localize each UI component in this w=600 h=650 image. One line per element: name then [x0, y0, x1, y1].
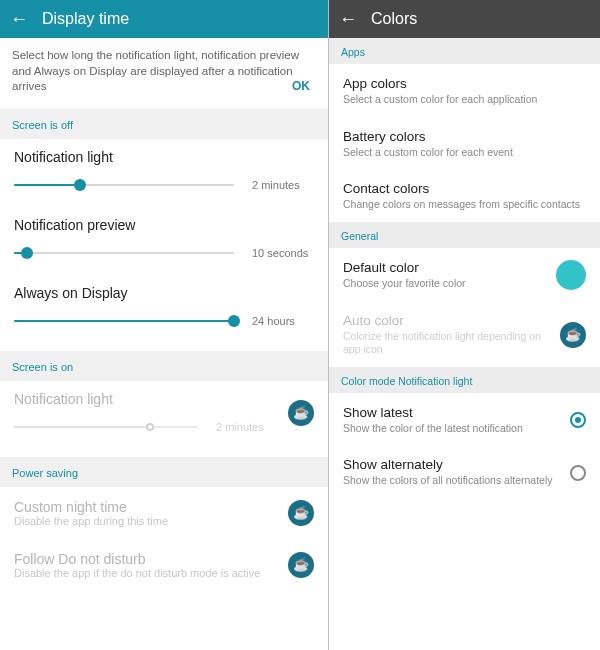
slider-value: 10 seconds: [252, 247, 314, 259]
premium-icon[interactable]: ☕: [288, 400, 314, 426]
follow-dnd-row[interactable]: Follow Do not disturb Disable the app if…: [0, 539, 328, 591]
slider-value: 2 minutes: [252, 179, 314, 191]
colors-screen: ← Colors Apps App colors Select a custom…: [329, 0, 600, 650]
row-subtitle: Show the colors of all notifications alt…: [343, 474, 570, 488]
section-power-saving: Power saving: [0, 457, 328, 487]
section-screen-off: Screen is off: [0, 109, 328, 139]
app-colors-row[interactable]: App colors Select a custom color for eac…: [329, 64, 600, 117]
slider-value: 2 minutes: [216, 421, 278, 433]
page-title: Display time: [42, 10, 129, 28]
section-screen-on: Screen is on: [0, 351, 328, 381]
ok-button[interactable]: OK: [292, 78, 310, 94]
row-title: Notification preview: [14, 217, 314, 233]
row-subtitle: Change colors on messages from specific …: [343, 198, 586, 212]
description-text: Select how long the notification light, …: [12, 49, 299, 92]
notification-light-on-slider: [14, 419, 198, 435]
row-title: Notification light: [14, 391, 278, 407]
row-title: Auto color: [343, 313, 560, 328]
custom-night-time-row[interactable]: Custom night time Disable the app during…: [0, 487, 328, 539]
row-subtitle: Disable the app during this time: [14, 515, 288, 527]
description-row: Select how long the notification light, …: [0, 38, 328, 101]
row-title: Follow Do not disturb: [14, 551, 288, 567]
row-title: App colors: [343, 76, 586, 91]
row-title: Battery colors: [343, 129, 586, 144]
radio-selected-icon[interactable]: [570, 412, 586, 428]
show-latest-row[interactable]: Show latest Show the color of the latest…: [329, 393, 600, 446]
row-title: Always on Display: [14, 285, 314, 301]
notification-light-on-row: Notification light 2 minutes ☕: [0, 381, 328, 449]
row-title: Show latest: [343, 405, 570, 420]
auto-color-row[interactable]: Auto color Colorize the notification lig…: [329, 301, 600, 367]
contact-colors-row[interactable]: Contact colors Change colors on messages…: [329, 169, 600, 222]
row-title: Notification light: [14, 149, 314, 165]
color-swatch[interactable]: [556, 260, 586, 290]
premium-icon[interactable]: ☕: [560, 322, 586, 348]
section-general: General: [329, 222, 600, 248]
slider-value: 24 hours: [252, 315, 314, 327]
notification-preview-slider[interactable]: [14, 245, 234, 261]
row-title: Contact colors: [343, 181, 586, 196]
appbar: ← Colors: [329, 0, 600, 38]
back-icon[interactable]: ←: [339, 9, 357, 30]
premium-icon[interactable]: ☕: [288, 500, 314, 526]
appbar: ← Display time: [0, 0, 328, 38]
row-subtitle: Select a custom color for each applicati…: [343, 93, 586, 107]
always-on-display-row[interactable]: Always on Display 24 hours: [0, 275, 328, 343]
row-subtitle: Select a custom color for each event: [343, 146, 586, 160]
radio-unselected-icon[interactable]: [570, 465, 586, 481]
default-color-row[interactable]: Default color Choose your favorite color: [329, 248, 600, 301]
battery-colors-row[interactable]: Battery colors Select a custom color for…: [329, 117, 600, 170]
always-on-display-slider[interactable]: [14, 313, 234, 329]
row-subtitle: Choose your favorite color: [343, 277, 556, 291]
row-subtitle: Show the color of the latest notificatio…: [343, 422, 570, 436]
row-subtitle: Disable the app if the do not disturb mo…: [14, 567, 288, 579]
premium-icon[interactable]: ☕: [288, 552, 314, 578]
row-title: Show alternately: [343, 457, 570, 472]
row-subtitle: Colorize the notification light dependin…: [343, 330, 560, 357]
notification-light-slider[interactable]: [14, 177, 234, 193]
page-title: Colors: [371, 10, 417, 28]
row-title: Custom night time: [14, 499, 288, 515]
notification-light-row[interactable]: Notification light 2 minutes: [0, 139, 328, 207]
row-title: Default color: [343, 260, 556, 275]
display-time-screen: ← Display time Select how long the notif…: [0, 0, 329, 650]
section-color-mode: Color mode Notification light: [329, 367, 600, 393]
back-icon[interactable]: ←: [10, 9, 28, 30]
show-alternately-row[interactable]: Show alternately Show the colors of all …: [329, 445, 600, 498]
section-apps: Apps: [329, 38, 600, 64]
notification-preview-row[interactable]: Notification preview 10 seconds: [0, 207, 328, 275]
